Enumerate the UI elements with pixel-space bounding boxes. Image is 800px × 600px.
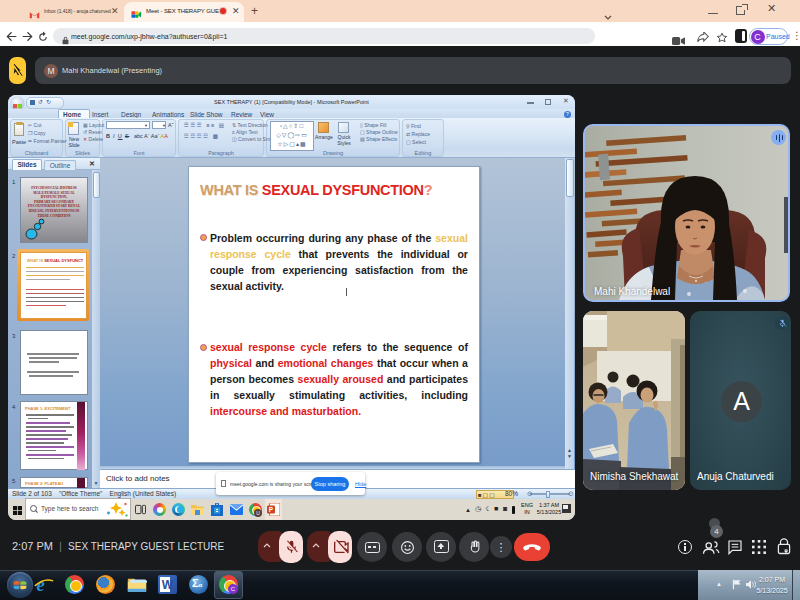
svg-text:e: e	[37, 575, 45, 595]
svg-text:P: P	[269, 506, 274, 513]
